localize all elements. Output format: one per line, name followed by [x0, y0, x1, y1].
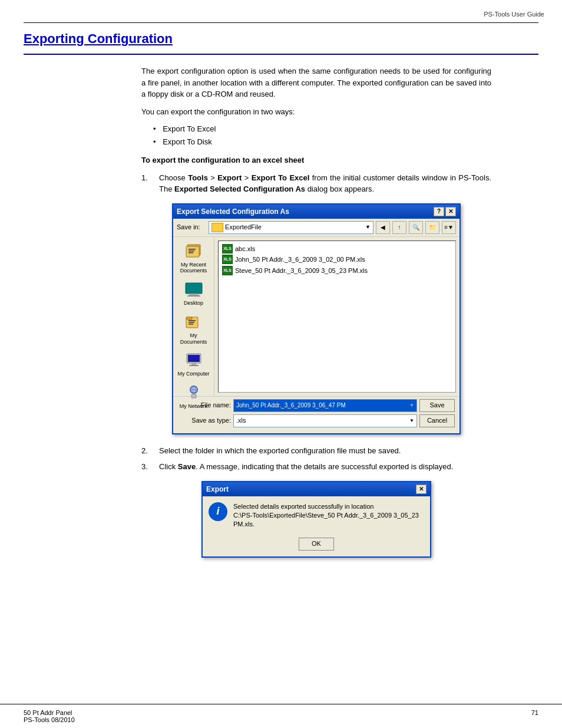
file-name-john: John_50 Pt Addr._3_6_2009 3_02_00 PM.xls — [235, 255, 365, 265]
dialog2-titlebar: Export ✕ — [203, 482, 430, 496]
page-title: Exporting Configuration — [24, 31, 538, 47]
header-title: PS-Tools User Guide — [484, 11, 544, 18]
step-2: 2. Select the folder in which the export… — [141, 445, 491, 457]
dialog1-help-button[interactable]: ? — [434, 207, 444, 216]
save-in-label: Save in: — [177, 222, 206, 232]
file-name-steve: Steve_50 Pt Addr._3_6_2009 3_05_23 PM.xl… — [235, 266, 368, 276]
footer-panel-name: 50 Pt Addr Panel — [24, 709, 75, 716]
save-button[interactable]: Save — [419, 399, 455, 412]
step-1: 1. Choose Tools > Export > Export To Exc… — [141, 172, 491, 195]
step-3: 3. Click Save. A message, indicating tha… — [141, 461, 491, 473]
section1-heading: To export the configuration to an excel … — [141, 154, 491, 166]
filename-dropdown: ▼ — [409, 402, 414, 409]
footer-left: 50 Pt Addr Panel PS-Tools 08/2010 — [24, 709, 75, 723]
page-footer: 50 Pt Addr Panel PS-Tools 08/2010 71 — [0, 704, 562, 728]
page-title-section: Exporting Configuration — [0, 23, 562, 50]
dialog2-close-button[interactable]: ✕ — [416, 485, 427, 494]
file-item-john[interactable]: XLS John_50 Pt Addr._3_6_2009 3_02_00 PM… — [221, 254, 453, 265]
dialog1-wrapper: Export Selected Configuration As ? ✕ Sav… — [141, 203, 491, 434]
main-content: The export configuration option is used … — [0, 55, 562, 579]
dialog1-body: My RecentDocuments Desktop — [173, 237, 459, 396]
svg-rect-6 — [189, 294, 199, 295]
dialog1-titlebar: Export Selected Configuration As ? ✕ — [173, 205, 459, 219]
file-item-abc[interactable]: XLS abc.xls — [221, 243, 453, 255]
dialog1-file-area[interactable]: XLS abc.xls XLS John_50 Pt Addr._3_6_200… — [218, 241, 456, 393]
my-computer-icon — [183, 351, 204, 370]
info-icon: i — [209, 502, 227, 521]
sidebar-recent-docs[interactable]: My RecentDocuments — [176, 242, 211, 275]
dialog2-footer: OK — [203, 535, 430, 556]
intro-paragraph2: You can export the configuration in two … — [141, 106, 491, 118]
savetype-combo[interactable]: .xls ▼ — [233, 414, 417, 427]
svg-rect-14 — [188, 355, 200, 362]
xls-icon-1: XLS — [222, 244, 233, 253]
steps-2-3: 2. Select the folder in which the export… — [141, 445, 491, 473]
savetype-arrow: ▼ — [409, 417, 414, 424]
cancel-button[interactable]: Cancel — [419, 414, 455, 427]
recent-docs-label: My RecentDocuments — [180, 262, 207, 275]
sidebar-my-documents[interactable]: My Documents — [176, 312, 211, 345]
dialog2-titlebar-buttons: ✕ — [416, 485, 427, 494]
svg-rect-2 — [189, 249, 196, 250]
svg-rect-10 — [189, 320, 196, 321]
toolbar-up-btn[interactable]: ↑ — [392, 221, 406, 234]
intro-paragraph1: The export configuration option is used … — [141, 65, 491, 100]
dialog1-toolbar: Save in: ExportedFile ▼ ◀ ↑ 🔍 📁 ≡▼ — [173, 219, 459, 237]
dialog1-title: Export Selected Configuration As — [177, 206, 289, 217]
export2-text: Selected details exported successfully i… — [233, 502, 424, 529]
svg-rect-1 — [186, 246, 199, 257]
dialog1-sidebar: My RecentDocuments Desktop — [173, 237, 214, 396]
dialog1-footer: File name: John_50 Pt Addr._3_6_2009 3_0… — [173, 396, 459, 433]
toolbar-newfolder-btn[interactable]: 📁 — [425, 221, 439, 234]
filename-input[interactable]: John_50 Pt Addr._3_6_2009 3_06_47 PM ▼ — [233, 399, 417, 412]
sidebar-my-computer[interactable]: My Computer — [176, 351, 211, 377]
folder-icon — [211, 223, 223, 232]
dialog-export-config: Export Selected Configuration As ? ✕ Sav… — [172, 203, 461, 434]
dialog2-wrapper: Export ✕ i Selected details exported suc… — [141, 481, 491, 558]
footer-product-version: PS-Tools 08/2010 — [24, 716, 75, 723]
savetype-row: Save as type: .xls ▼ Cancel — [178, 414, 455, 427]
savetype-label: Save as type: — [178, 416, 231, 426]
svg-rect-9 — [186, 317, 192, 319]
file-item-steve[interactable]: XLS Steve_50 Pt Addr._3_6_2009 3_05_23 P… — [221, 265, 453, 276]
svg-rect-16 — [189, 365, 199, 366]
desktop-label: Desktop — [184, 300, 203, 307]
svg-rect-21 — [191, 394, 196, 398]
my-documents-label: My Documents — [176, 332, 211, 345]
filename-label: File name: — [178, 400, 231, 410]
svg-rect-12 — [189, 324, 193, 325]
sidebar-desktop[interactable]: Desktop — [176, 280, 211, 307]
combo-arrow: ▼ — [365, 223, 371, 232]
steps-list: 1. Choose Tools > Export > Export To Exc… — [141, 172, 491, 195]
svg-rect-7 — [187, 295, 200, 297]
svg-rect-5 — [186, 283, 202, 294]
page-header: PS-Tools User Guide — [0, 0, 562, 18]
dialog1-close-button[interactable]: ✕ — [445, 207, 456, 216]
svg-rect-11 — [189, 322, 194, 323]
bullet-item-1: Export To Excel — [153, 123, 491, 135]
svg-rect-3 — [189, 251, 194, 252]
dialog2-title: Export — [206, 484, 229, 495]
footer-page-number: 71 — [531, 709, 538, 723]
my-computer-label: My Computer — [177, 371, 209, 377]
xls-icon-3: XLS — [222, 266, 233, 275]
titlebar-buttons: ? ✕ — [434, 207, 456, 216]
toolbar-search-btn[interactable]: 🔍 — [409, 221, 423, 234]
xls-icon-2: XLS — [222, 255, 233, 264]
filename-row: File name: John_50 Pt Addr._3_6_2009 3_0… — [178, 399, 455, 412]
file-name-abc: abc.xls — [235, 244, 255, 254]
toolbar-back-btn[interactable]: ◀ — [376, 221, 390, 234]
svg-rect-15 — [191, 363, 196, 365]
desktop-icon — [183, 280, 204, 299]
dialog2-body: i Selected details exported successfully… — [203, 496, 430, 535]
bullet-list: Export To Excel Export To Disk — [153, 123, 491, 147]
ok-button[interactable]: OK — [299, 538, 334, 551]
svg-rect-4 — [189, 252, 193, 253]
save-in-combo[interactable]: ExportedFile ▼ — [209, 221, 373, 234]
toolbar-views-btn[interactable]: ≡▼ — [442, 221, 456, 234]
dialog-export-success: Export ✕ i Selected details exported suc… — [201, 481, 431, 558]
recent-docs-icon — [183, 242, 204, 261]
my-network-icon — [183, 383, 204, 402]
bullet-item-2: Export To Disk — [153, 136, 491, 148]
my-documents-icon — [183, 312, 204, 331]
